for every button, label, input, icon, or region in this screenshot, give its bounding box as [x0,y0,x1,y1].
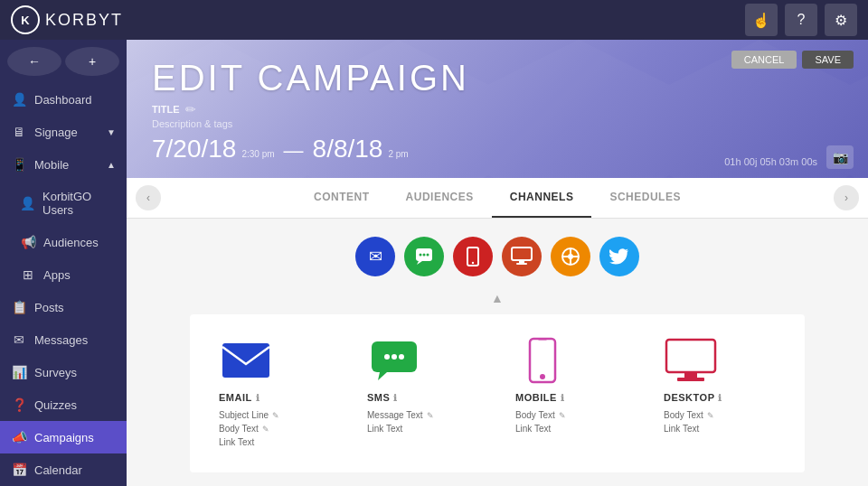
top-bar-icons: ☝ ? ⚙ [745,4,857,36]
svg-point-14 [568,254,573,259]
mobile-info-icon[interactable]: ℹ [561,393,565,403]
hand-icon[interactable]: ☝ [745,4,778,36]
sms-info-icon[interactable]: ℹ [393,393,398,403]
sidebar-item-korbytgo[interactable]: 👤 KorbitGO Users [0,181,127,226]
campaigns-icon: 📣 [11,430,27,444]
main-layout: ← + 👤 Dashboard 🖥 Signage ▼ 📱 Mobile ▲ 👤… [0,40,868,486]
time-end: 2 pm [388,149,408,159]
tab-content[interactable]: CONTENT [296,178,388,218]
sidebar-add-button[interactable]: + [65,47,119,76]
sidebar-item-surveys[interactable]: 📊 Surveys [0,356,127,388]
tab-channels[interactable]: CHANNELS [492,178,592,218]
mobile-link-text[interactable]: Link Text [515,424,551,434]
channel-card-email: EMAIL ℹ Subject Line ✎ Body Text ✎ Link … [219,336,331,451]
social-crosshair-icon [561,247,580,266]
date-dash: — [284,139,304,163]
title-edit-icon[interactable]: ✏ [185,102,196,117]
email-link-text[interactable]: Link Text [219,437,254,447]
sidebar-item-label: KorbitGO Users [42,190,116,217]
sidebar-item-label: Signage [34,126,78,139]
email-info-icon[interactable]: ℹ [256,393,260,403]
desktop-link-text[interactable]: Link Text [664,424,699,434]
top-bar: K KORBYT ☝ ? ⚙ [0,0,868,40]
sidebar-item-campaigns[interactable]: 📣 Campaigns [0,421,127,453]
mobile-card-title: MOBILE ℹ [515,392,564,403]
channel-card-sms: SMS ℹ Message Text ✎ Link Text [367,336,479,451]
body-edit-icon[interactable]: ✎ [262,425,269,434]
twitter-bird-icon [609,248,629,265]
svg-rect-9 [519,260,524,263]
sidebar-item-posts[interactable]: 📋 Posts [0,291,127,323]
channels-collapse-arrow[interactable]: ▲ [491,291,504,305]
tab-audiences[interactable]: AUDIENCES [388,178,492,218]
email-body-text[interactable]: Body Text ✎ [219,424,269,434]
sidebar-back-button[interactable]: ← [7,47,61,76]
campaign-banner: CANCEL SAVE EDIT CAMPAIGN TITLE ✏ Descri… [127,40,868,178]
surveys-icon: 📊 [11,365,27,379]
svg-rect-15 [222,343,269,378]
sidebar-item-label: Quizzes [34,398,77,412]
tab-arrow-left[interactable]: ‹ [136,185,161,210]
tab-schedules[interactable]: SCHEDULES [591,178,699,218]
tab-arrow-right[interactable]: › [834,185,859,210]
desktop-edit-icon[interactable]: ✎ [707,411,714,420]
sidebar-item-audiences[interactable]: 📢 Audiences [0,226,127,258]
sidebar-item-label: Calendar [34,463,82,477]
logo-circle: K [11,5,40,34]
channel-icon-sms[interactable] [404,237,444,276]
sidebar-item-calendar[interactable]: 📅 Calendar [0,453,127,486]
svg-rect-8 [512,248,532,260]
help-icon[interactable]: ? [785,4,817,36]
subject-edit-icon[interactable]: ✎ [272,411,279,420]
email-card-icon-wrap [219,336,273,385]
channel-card-mobile: MOBILE ℹ Body Text ✎ Link Text [515,336,627,451]
svg-point-20 [399,354,404,360]
sms-edit-icon[interactable]: ✎ [427,411,434,420]
svg-marker-17 [378,372,387,380]
desktop-monitor-icon [511,247,533,266]
channel-icon-social[interactable] [551,237,590,276]
logo: K KORBYT [11,5,123,34]
desktop-info-icon[interactable]: ℹ [718,393,722,403]
sidebar-item-quizzes[interactable]: ❓ Quizzes [0,388,127,421]
sidebar-item-signage[interactable]: 🖥 Signage ▼ [0,116,127,148]
quizzes-icon: ❓ [11,397,27,412]
sidebar-item-mobile[interactable]: 📱 Mobile ▲ [0,148,127,181]
mobile-phone-card-icon [528,337,557,384]
date-end: 8/8/18 [313,135,383,164]
signage-icon: 🖥 [11,125,27,139]
content-area: CANCEL SAVE EDIT CAMPAIGN TITLE ✏ Descri… [127,40,868,486]
mobile-phone-icon [467,247,479,266]
email-subject-line[interactable]: Subject Line ✎ [219,410,279,420]
sms-link-text[interactable]: Link Text [367,424,402,434]
audiences-icon: 📢 [20,235,36,249]
campaign-title: EDIT CAMPAIGN [152,58,469,98]
sidebar-item-apps[interactable]: ⊞ Apps [0,258,127,291]
calendar-icon: 📅 [11,463,27,477]
channel-card-desktop: DESKTOP ℹ Body Text ✎ Link Text [664,336,776,451]
korbytgo-icon: 👤 [20,196,35,210]
channel-icon-twitter[interactable] [599,237,639,276]
mobile-edit-icon[interactable]: ✎ [559,411,566,420]
email-card-title: EMAIL ℹ [219,392,259,403]
dashboard-icon: 👤 [11,92,27,107]
mobile-body-text[interactable]: Body Text ✎ [515,410,566,420]
settings-icon[interactable]: ⚙ [825,4,857,36]
svg-point-3 [423,254,426,257]
channel-icon-desktop[interactable] [502,237,542,276]
sidebar-item-messages[interactable]: ✉ Messages [0,323,127,356]
sms-bubble-card-icon [371,341,418,380]
desktop-body-text[interactable]: Body Text ✎ [664,410,714,420]
logo-name: KORBYT [45,11,123,30]
banner-subtitle: Description & tags [152,118,843,129]
svg-point-4 [427,254,429,257]
svg-point-19 [392,354,397,360]
sms-message-text[interactable]: Message Text ✎ [367,410,434,420]
svg-rect-25 [684,372,697,378]
channel-icon-mobile[interactable] [453,237,493,276]
channel-icon-email[interactable]: ✉ [355,237,395,276]
sidebar-top-buttons: ← + [0,40,127,83]
messages-icon: ✉ [11,332,27,347]
sidebar-item-dashboard[interactable]: 👤 Dashboard [0,83,127,116]
svg-point-6 [472,262,474,264]
